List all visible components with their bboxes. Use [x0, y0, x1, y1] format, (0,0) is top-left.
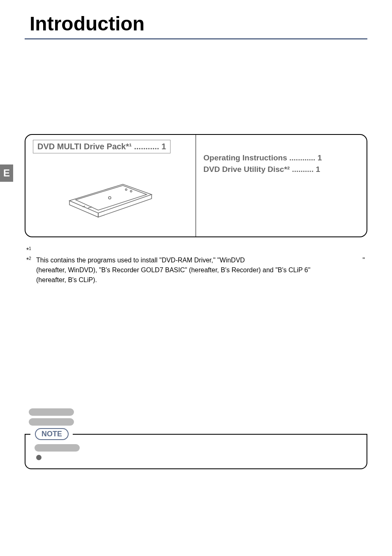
- dvd-drive-illustration: [57, 166, 164, 223]
- note-box: [25, 434, 367, 469]
- contents-box: DVD MULTI Drive Pack*¹ ........... 1 Ope…: [25, 134, 367, 237]
- svg-point-1: [125, 189, 127, 190]
- page-title: Introduction: [25, 12, 367, 35]
- footnote-2-line3: (hereafter, B's CLiP).: [36, 275, 367, 285]
- footnote-2: *2 This contains the programs used to in…: [26, 255, 367, 285]
- utility-disc-item: DVD Drive Utility Disc*² .......... 1: [203, 165, 359, 174]
- footnote-1: *1: [26, 246, 367, 255]
- gray-pill-1: [29, 408, 74, 416]
- svg-point-0: [108, 197, 111, 199]
- contents-right-panel: Operating Instructions ............ 1 DV…: [196, 135, 367, 236]
- footnotes: *1 *2 This contains the programs used to…: [25, 246, 367, 285]
- footnote-2-line2: (hereafter, WinDVD), "B's Recorder GOLD7…: [36, 265, 367, 275]
- operating-instructions-item: Operating Instructions ............ 1: [203, 153, 359, 162]
- drive-pack-title: DVD MULTI Drive Pack*¹ ........... 1: [33, 140, 171, 153]
- title-underline: [25, 38, 367, 39]
- gray-pill-2: [29, 418, 74, 426]
- bullet-icon: [36, 455, 42, 460]
- contents-left-panel: DVD MULTI Drive Pack*¹ ........... 1: [25, 135, 196, 236]
- footnote-2-quote: ": [362, 255, 367, 265]
- note-section: NOTE: [25, 408, 367, 469]
- note-label: NOTE: [35, 428, 69, 440]
- svg-point-2: [130, 190, 132, 192]
- side-tab: E: [0, 164, 13, 182]
- gray-pill-3: [35, 444, 80, 452]
- footnote-2-line1: This contains the programs used to insta…: [36, 255, 245, 265]
